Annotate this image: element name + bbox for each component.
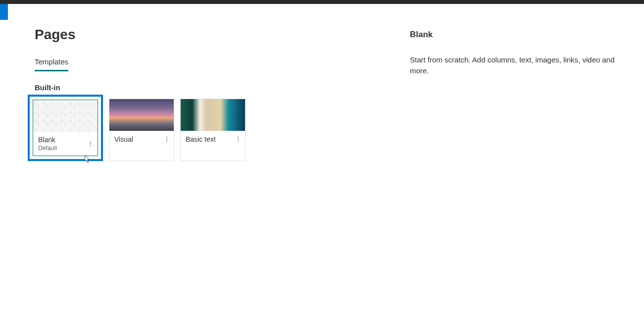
card-subtitle: Default bbox=[38, 145, 57, 152]
template-card-basic-text[interactable]: Basic text bbox=[180, 99, 246, 161]
tab-templates[interactable]: Templates bbox=[35, 57, 68, 71]
card-body: Basic text bbox=[181, 131, 245, 148]
card-text: Basic text bbox=[186, 135, 216, 143]
section-label: Built-in bbox=[35, 83, 381, 92]
more-vertical-icon[interactable] bbox=[87, 139, 95, 148]
template-card-blank[interactable]: Blank Default bbox=[33, 100, 98, 156]
template-card-visual[interactable]: Visual bbox=[109, 99, 174, 161]
more-vertical-icon[interactable] bbox=[163, 135, 171, 144]
thumbnail-visual bbox=[109, 99, 174, 131]
card-title: Basic text bbox=[186, 135, 216, 143]
detail-pane: Blank Start from scratch. Add columns, t… bbox=[381, 27, 644, 161]
detail-title: Blank bbox=[410, 30, 634, 40]
top-bar bbox=[0, 0, 644, 4]
card-title: Blank bbox=[38, 136, 57, 144]
tab-label: Templates bbox=[35, 57, 68, 66]
card-text: Visual bbox=[114, 135, 133, 143]
tabs: Templates bbox=[35, 57, 381, 71]
card-body: Blank Default bbox=[33, 132, 98, 156]
card-title: Visual bbox=[114, 135, 133, 143]
templates-pane: Pages Templates Built-in Blank Default bbox=[0, 27, 381, 161]
thumbnail-blank bbox=[33, 100, 98, 132]
template-cards: Blank Default Visual bbox=[28, 99, 381, 161]
selected-highlight: Blank Default bbox=[28, 95, 103, 161]
detail-description: Start from scratch. Add columns, text, i… bbox=[410, 55, 634, 76]
thumbnail-basic-text bbox=[181, 99, 245, 131]
card-text: Blank Default bbox=[38, 136, 57, 152]
page-title: Pages bbox=[35, 27, 381, 43]
card-body: Visual bbox=[109, 131, 174, 148]
more-vertical-icon[interactable] bbox=[234, 135, 242, 144]
accent-strip bbox=[0, 4, 8, 20]
